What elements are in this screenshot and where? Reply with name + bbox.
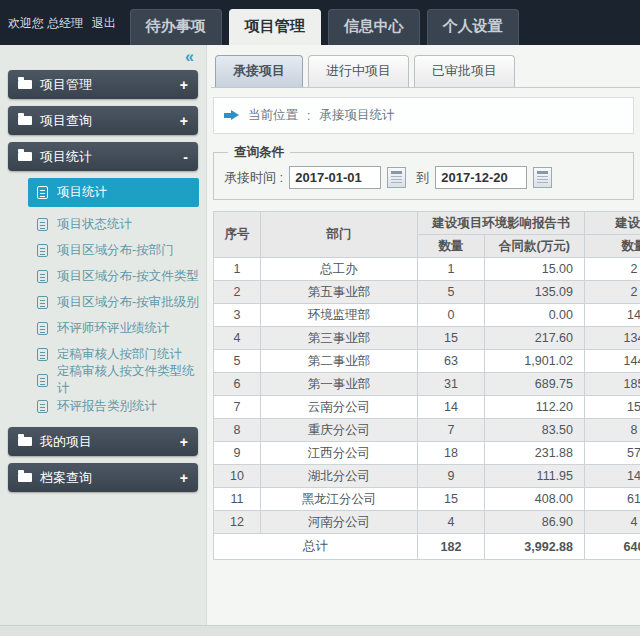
sidebar-item-archive-query[interactable]: 档案查询 + (8, 463, 198, 492)
cell-seq: 3 (214, 304, 261, 327)
sidebar-subitem[interactable]: 环评师环评业绩统计 (28, 315, 206, 341)
table-row: 2 第五事业部 5 135.09 2 (214, 281, 640, 304)
cell-amount: 408.00 (485, 488, 585, 511)
document-icon (37, 400, 48, 413)
sidebar-subitem[interactable]: 定稿审核人按文件类型统计 (28, 367, 206, 393)
document-icon (37, 296, 48, 309)
cell-qty: 14 (418, 396, 485, 419)
cell-dept: 河南分公司 (261, 511, 418, 534)
date-from-input[interactable] (289, 166, 381, 189)
cell-amount: 1,901.02 (485, 350, 585, 373)
cell-seq: 11 (214, 488, 261, 511)
tab-undertaken-projects[interactable]: 承接项目 (215, 55, 303, 87)
cell-qty: 63 (418, 350, 485, 373)
cell-qty2: 15 (585, 396, 640, 419)
calendar-icon[interactable] (387, 167, 406, 188)
cell-qty2: 57 (585, 442, 640, 465)
stats-table: 序号 部门 建设项目环境影响报告书 建设项 数量 合同款(万元) 数量 1 总工… (213, 211, 640, 560)
tab-inprogress-projects[interactable]: 进行中项目 (308, 55, 409, 87)
cell-qty2: 144 (585, 350, 640, 373)
cell-qty: 15 (418, 488, 485, 511)
cell-seq: 6 (214, 373, 261, 396)
document-icon (37, 322, 48, 335)
sidebar-item-project-query[interactable]: 项目查询 + (8, 106, 198, 135)
total-label: 总计 (214, 534, 418, 560)
undertake-time-label: 承接时间 : (224, 169, 283, 187)
document-icon (37, 186, 48, 199)
sidebar-subitem[interactable]: 项目状态统计 (28, 211, 206, 237)
cell-qty2: 2 (585, 258, 640, 281)
cell-dept: 重庆分公司 (261, 419, 418, 442)
sidebar-subitem-label: 项目区域分布-按文件类型 (57, 268, 199, 285)
welcome-text: 欢迎您 总经理 退出 (8, 15, 116, 32)
breadcrumb: 当前位置 : 承接项目统计 (213, 97, 634, 134)
folder-icon (18, 473, 32, 482)
sidebar-subitem[interactable]: 项目区域分布-按审批级别 (28, 289, 206, 315)
col-header-seq: 序号 (214, 212, 261, 258)
tab-info-center[interactable]: 信息中心 (328, 9, 420, 45)
tab-approved-projects[interactable]: 已审批项目 (414, 55, 515, 87)
cell-amount: 0.00 (485, 304, 585, 327)
cell-qty: 7 (418, 419, 485, 442)
tab-project-management[interactable]: 项目管理 (229, 9, 321, 45)
document-icon (37, 348, 48, 361)
col-header-amount: 合同款(万元) (485, 235, 585, 258)
cell-qty: 15 (418, 327, 485, 350)
cell-qty: 1 (418, 258, 485, 281)
sidebar-item-project-management[interactable]: 项目管理 + (8, 70, 198, 99)
sidebar-subitem[interactable]: 项目区域分布-按部门 (28, 237, 206, 263)
cell-qty: 5 (418, 281, 485, 304)
sidebar-subitem-label: 环评师环评业绩统计 (57, 320, 170, 337)
expand-icon[interactable]: + (180, 434, 188, 450)
sidebar-section-label: 项目管理 (40, 76, 180, 94)
table-row: 11 黑龙江分公司 15 408.00 61 (214, 488, 640, 511)
cell-seq: 12 (214, 511, 261, 534)
cell-qty2: 134 (585, 327, 640, 350)
cell-qty: 4 (418, 511, 485, 534)
table-row: 1 总工办 1 15.00 2 (214, 258, 640, 281)
sidebar-subitem-label: 项目区域分布-按部门 (57, 242, 174, 259)
cell-qty2: 14 (585, 465, 640, 488)
horizontal-scrollbar[interactable] (0, 625, 640, 636)
sidebar-subitem[interactable]: 项目统计 (28, 178, 199, 207)
sidebar-item-project-stats[interactable]: 项目统计 - (8, 142, 198, 171)
collapse-sidebar-icon[interactable]: « (185, 48, 194, 65)
sidebar-section-label: 我的项目 (40, 433, 180, 451)
table-row: 10 湖北分公司 9 111.95 14 (214, 465, 640, 488)
query-row: 承接时间 : 到 (224, 166, 623, 189)
arrow-right-icon (224, 110, 239, 121)
date-to-input[interactable] (435, 166, 527, 189)
logout-link[interactable]: 退出 (92, 16, 116, 30)
breadcrumb-label: 当前位置 (248, 107, 298, 124)
total-row: 总计 182 3,992.88 640 (214, 534, 640, 560)
expand-icon[interactable]: + (180, 77, 188, 93)
tab-todo-items[interactable]: 待办事项 (130, 9, 222, 45)
breadcrumb-value: 承接项目统计 (319, 107, 394, 124)
collapse-icon[interactable]: - (183, 149, 188, 165)
calendar-icon[interactable] (533, 167, 552, 188)
sidebar-subitem-label: 定稿审核人按文件类型统计 (57, 363, 206, 397)
cell-amount: 689.75 (485, 373, 585, 396)
sidebar-subitem-label: 项目状态统计 (57, 216, 132, 233)
cell-qty: 18 (418, 442, 485, 465)
tab-personal-settings[interactable]: 个人设置 (427, 9, 519, 45)
cell-seq: 9 (214, 442, 261, 465)
folder-icon (18, 152, 32, 161)
table-row: 4 第三事业部 15 217.60 134 (214, 327, 640, 350)
cell-qty2: 185 (585, 373, 640, 396)
expand-icon[interactable]: + (180, 113, 188, 129)
total-amount: 3,992.88 (485, 534, 585, 560)
cell-seq: 5 (214, 350, 261, 373)
breadcrumb-separator: : (307, 109, 310, 123)
table-row: 9 江西分公司 18 231.88 57 (214, 442, 640, 465)
expand-icon[interactable]: + (180, 470, 188, 486)
top-tab-bar: 待办事项 项目管理 信息中心 个人设置 (130, 9, 519, 45)
cell-dept: 环境监理部 (261, 304, 418, 327)
sidebar-item-my-projects[interactable]: 我的项目 + (8, 427, 198, 456)
cell-seq: 2 (214, 281, 261, 304)
sidebar-subitem[interactable]: 项目区域分布-按文件类型 (28, 263, 206, 289)
table-row: 3 环境监理部 0 0.00 14 (214, 304, 640, 327)
table-row: 7 云南分公司 14 112.20 15 (214, 396, 640, 419)
query-conditions-panel: 查询条件 承接时间 : 到 (213, 144, 634, 200)
col-header-qty2: 数量 (585, 235, 640, 258)
